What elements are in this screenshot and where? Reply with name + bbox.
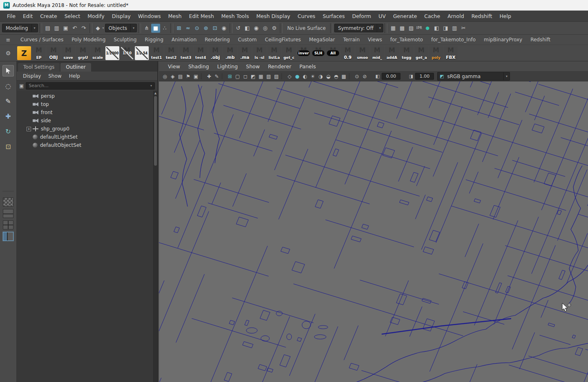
menu-item[interactable]: Mesh Display <box>253 12 294 20</box>
bookmark-icon[interactable]: ⚑ <box>184 72 192 80</box>
shelf-tab[interactable]: mipBinaryProxy <box>480 37 526 43</box>
2d-pan-zoom-icon[interactable]: ✚ <box>205 72 213 80</box>
shelf-button[interactable]: EP <box>32 46 46 60</box>
shelf-tab[interactable]: Terrain <box>339 37 364 43</box>
separator[interactable] <box>280 23 283 33</box>
field-chart-icon[interactable]: ▦ <box>257 72 265 80</box>
safe-action-icon[interactable]: ▧ <box>265 72 273 80</box>
shelf-button[interactable]: get_a <box>414 46 428 60</box>
menu-item[interactable]: Deform <box>349 12 375 20</box>
menu-item[interactable]: Select <box>61 12 84 20</box>
shelf-button[interactable]: grpU <box>76 46 90 60</box>
textured-icon[interactable]: ◐ <box>301 72 309 80</box>
redshift-status-icon[interactable]: ● <box>423 24 432 33</box>
attribute-editor-icon[interactable]: ◧ <box>432 24 441 33</box>
scale-tool[interactable]: ⊡ <box>2 141 14 152</box>
shelf-tab[interactable]: Curves / Surfaces <box>16 37 67 43</box>
shelf-button[interactable]: ls -sl <box>253 46 266 60</box>
separator[interactable] <box>201 73 204 79</box>
menu-item[interactable]: Generate <box>389 12 420 20</box>
selection-mask-selector[interactable]: Objects ▾ <box>105 24 137 32</box>
snap-point-icon[interactable]: ⊙ <box>192 24 201 33</box>
xray-icon[interactable]: ⊘ <box>361 72 369 80</box>
grid-icon[interactable]: ⊞ <box>226 72 234 80</box>
shelf-button[interactable]: togg <box>400 46 414 60</box>
menu-item[interactable]: Mesh Tools <box>218 12 253 20</box>
menu-item[interactable]: Edit Mesh <box>185 12 217 20</box>
render-view-icon[interactable]: ◧ <box>243 24 252 33</box>
panel-tab[interactable]: Tool Settings <box>18 63 60 72</box>
separator[interactable] <box>330 23 333 33</box>
title-bar[interactable]: M Autodesk Maya 2018 - Not for Resale: u… <box>0 0 588 11</box>
expand-icon[interactable] <box>27 101 33 108</box>
menu-item[interactable]: Curves <box>294 12 319 20</box>
shelf-button[interactable]: 1/2.54 <box>135 46 149 60</box>
snap-curve-icon[interactable]: ≈ <box>183 24 192 33</box>
separator[interactable] <box>39 23 42 33</box>
shelf-tab[interactable]: Redshift <box>526 37 554 43</box>
expand-icon[interactable]: + <box>27 127 31 131</box>
shelf-tab[interactable]: for_Takemoto_Info <box>427 37 480 43</box>
shelf-button[interactable]: 1/10 <box>120 46 134 60</box>
shelf-button[interactable]: test2 <box>164 46 178 60</box>
shelf-button[interactable]: mid_ <box>370 46 384 60</box>
outliner-item[interactable]: top <box>17 100 157 108</box>
menu-item[interactable]: Mesh <box>165 12 186 20</box>
symmetry-selector[interactable]: Symmetry: Off ▾ <box>334 24 383 32</box>
outliner-menu-item[interactable]: Display <box>19 73 45 79</box>
exposure-icon[interactable]: ◧ <box>374 73 381 80</box>
shelf-tab[interactable]: Poly Modeling <box>67 37 110 43</box>
viewport-menu-item[interactable]: View <box>164 63 184 70</box>
separator[interactable] <box>385 23 387 33</box>
resolution-gate-icon[interactable]: ◻ <box>241 72 249 80</box>
paint-select-tool[interactable]: ✎ <box>2 95 14 107</box>
gamma-icon[interactable] <box>401 73 408 80</box>
make-live-icon[interactable]: ◉ <box>219 24 228 33</box>
camera-attributes-icon[interactable]: ▤ <box>177 72 184 80</box>
undo-icon[interactable]: ↶ <box>70 24 79 33</box>
shelf-button[interactable]: scale <box>91 46 105 60</box>
shelf-button[interactable]: .obj <box>208 46 222 60</box>
shelf-button[interactable]: Z <box>17 46 31 60</box>
shelf-button[interactable]: addA <box>385 46 399 60</box>
outliner-item[interactable]: + shp_group0 <box>17 125 157 133</box>
menu-item[interactable]: Modify <box>84 12 108 20</box>
menu-item[interactable]: Help <box>496 12 515 20</box>
menu-item[interactable]: UV <box>375 12 389 20</box>
shelf-button[interactable]: test3 <box>179 46 193 60</box>
ipr-label[interactable]: IPR <box>416 24 423 33</box>
expand-icon[interactable] <box>27 93 33 99</box>
outliner-menu-item[interactable]: Help <box>65 73 84 79</box>
isolate-select-icon[interactable]: ⊙ <box>353 72 361 80</box>
shelf-menu-icon[interactable]: ≡ <box>0 37 16 43</box>
filter-icon[interactable]: ▣ <box>19 83 24 89</box>
shelf-button[interactable]: test1 <box>150 46 163 60</box>
layout-two-panes-button[interactable] <box>3 209 13 218</box>
viewport-menu-item[interactable]: Shading <box>184 63 213 70</box>
snap-grid-icon[interactable]: ⊞ <box>174 24 183 33</box>
shelf-button[interactable]: .ma <box>238 46 252 60</box>
layout-outliner-persp-button[interactable] <box>3 232 13 241</box>
separator[interactable] <box>230 23 233 33</box>
shelf-tab[interactable]: Rendering <box>201 37 234 43</box>
layout-single-pane-button[interactable] <box>3 198 13 207</box>
viewport-menu-item[interactable]: Panels <box>295 63 320 70</box>
select-component-icon[interactable]: ∴ <box>160 24 169 33</box>
outliner-item[interactable]: defaultObjectSet <box>17 141 157 149</box>
tool-settings-panel-icon[interactable]: ◨ <box>441 24 450 33</box>
separator[interactable] <box>89 23 92 33</box>
outliner-item[interactable]: defaultLightSet <box>17 133 157 141</box>
ambient-occlusion-icon[interactable]: ◒ <box>324 72 332 80</box>
separator[interactable] <box>349 73 352 79</box>
rotate-tool[interactable]: ↻ <box>2 126 14 137</box>
shelf-button[interactable]: FBX <box>444 46 458 60</box>
panel-tab[interactable]: Outliner <box>60 63 91 72</box>
shadows-icon[interactable]: ◑ <box>317 72 324 80</box>
film-gate-icon[interactable]: ▢ <box>234 72 241 80</box>
render-settings-icon[interactable]: ⚙ <box>270 24 279 33</box>
select-hierarchy-icon[interactable]: ⋔ <box>142 24 151 33</box>
exposure-field[interactable]: 0.00 <box>382 73 400 80</box>
shelf-button[interactable]: poly <box>429 46 443 60</box>
select-tool[interactable] <box>2 65 14 76</box>
scrollbar[interactable]: ▲ <box>153 91 157 382</box>
